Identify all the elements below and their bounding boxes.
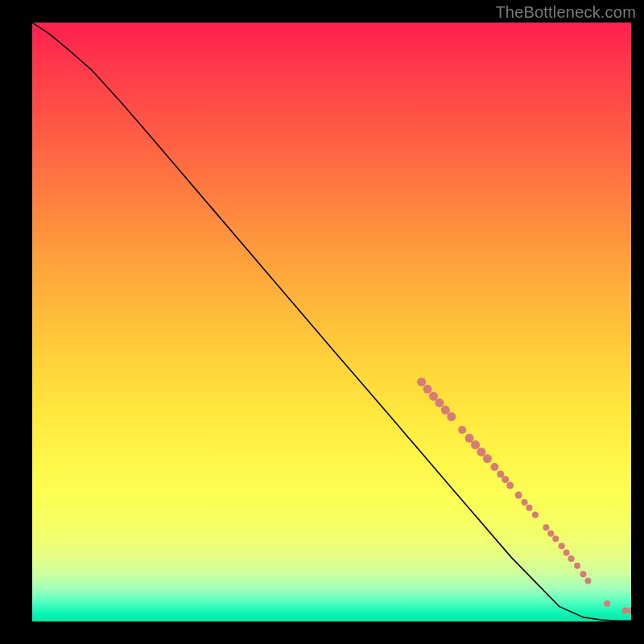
attribution-label: TheBottleneck.com [495,3,636,22]
gradient-background [32,23,631,621]
chart-frame: TheBottleneck.com [0,0,644,644]
